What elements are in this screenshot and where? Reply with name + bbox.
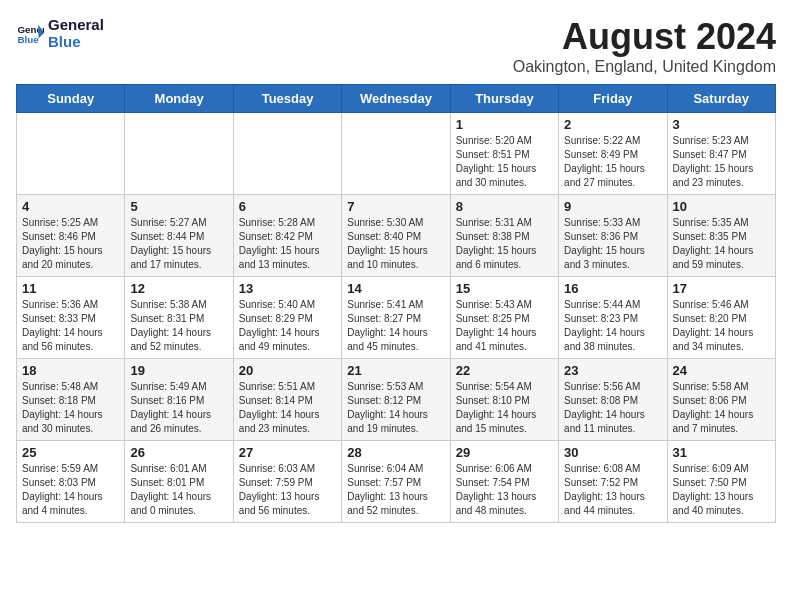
cell-content: Sunrise: 5:28 AM Sunset: 8:42 PM Dayligh… — [239, 216, 336, 272]
calendar-cell: 22Sunrise: 5:54 AM Sunset: 8:10 PM Dayli… — [450, 359, 558, 441]
day-number: 31 — [673, 445, 770, 460]
day-number: 11 — [22, 281, 119, 296]
calendar-cell: 1Sunrise: 5:20 AM Sunset: 8:51 PM Daylig… — [450, 113, 558, 195]
cell-content: Sunrise: 5:46 AM Sunset: 8:20 PM Dayligh… — [673, 298, 770, 354]
cell-content: Sunrise: 6:06 AM Sunset: 7:54 PM Dayligh… — [456, 462, 553, 518]
day-number: 29 — [456, 445, 553, 460]
cell-content: Sunrise: 6:01 AM Sunset: 8:01 PM Dayligh… — [130, 462, 227, 518]
day-number: 8 — [456, 199, 553, 214]
calendar-cell: 18Sunrise: 5:48 AM Sunset: 8:18 PM Dayli… — [17, 359, 125, 441]
calendar-cell: 6Sunrise: 5:28 AM Sunset: 8:42 PM Daylig… — [233, 195, 341, 277]
title-block: August 2024 Oakington, England, United K… — [513, 16, 776, 76]
day-number: 13 — [239, 281, 336, 296]
calendar-cell: 16Sunrise: 5:44 AM Sunset: 8:23 PM Dayli… — [559, 277, 667, 359]
cell-content: Sunrise: 5:56 AM Sunset: 8:08 PM Dayligh… — [564, 380, 661, 436]
cell-content: Sunrise: 6:09 AM Sunset: 7:50 PM Dayligh… — [673, 462, 770, 518]
calendar-cell: 15Sunrise: 5:43 AM Sunset: 8:25 PM Dayli… — [450, 277, 558, 359]
weekday-header-sunday: Sunday — [17, 85, 125, 113]
cell-content: Sunrise: 5:23 AM Sunset: 8:47 PM Dayligh… — [673, 134, 770, 190]
calendar-cell: 13Sunrise: 5:40 AM Sunset: 8:29 PM Dayli… — [233, 277, 341, 359]
day-number: 26 — [130, 445, 227, 460]
location: Oakington, England, United Kingdom — [513, 58, 776, 76]
cell-content: Sunrise: 5:25 AM Sunset: 8:46 PM Dayligh… — [22, 216, 119, 272]
calendar-cell: 10Sunrise: 5:35 AM Sunset: 8:35 PM Dayli… — [667, 195, 775, 277]
calendar-table: SundayMondayTuesdayWednesdayThursdayFrid… — [16, 84, 776, 523]
logo-blue: Blue — [48, 33, 104, 50]
cell-content: Sunrise: 5:20 AM Sunset: 8:51 PM Dayligh… — [456, 134, 553, 190]
day-number: 27 — [239, 445, 336, 460]
calendar-cell — [17, 113, 125, 195]
day-number: 24 — [673, 363, 770, 378]
calendar-cell: 7Sunrise: 5:30 AM Sunset: 8:40 PM Daylig… — [342, 195, 450, 277]
calendar-cell — [125, 113, 233, 195]
day-number: 16 — [564, 281, 661, 296]
cell-content: Sunrise: 5:54 AM Sunset: 8:10 PM Dayligh… — [456, 380, 553, 436]
cell-content: Sunrise: 5:35 AM Sunset: 8:35 PM Dayligh… — [673, 216, 770, 272]
day-number: 30 — [564, 445, 661, 460]
day-number: 1 — [456, 117, 553, 132]
day-number: 9 — [564, 199, 661, 214]
cell-content: Sunrise: 5:38 AM Sunset: 8:31 PM Dayligh… — [130, 298, 227, 354]
weekday-header-wednesday: Wednesday — [342, 85, 450, 113]
calendar-cell: 31Sunrise: 6:09 AM Sunset: 7:50 PM Dayli… — [667, 441, 775, 523]
day-number: 5 — [130, 199, 227, 214]
day-number: 22 — [456, 363, 553, 378]
calendar-cell: 29Sunrise: 6:06 AM Sunset: 7:54 PM Dayli… — [450, 441, 558, 523]
page-header: General Blue General Blue August 2024 Oa… — [16, 16, 776, 76]
svg-text:Blue: Blue — [17, 34, 39, 45]
calendar-cell: 5Sunrise: 5:27 AM Sunset: 8:44 PM Daylig… — [125, 195, 233, 277]
calendar-cell: 17Sunrise: 5:46 AM Sunset: 8:20 PM Dayli… — [667, 277, 775, 359]
day-number: 3 — [673, 117, 770, 132]
calendar-cell: 11Sunrise: 5:36 AM Sunset: 8:33 PM Dayli… — [17, 277, 125, 359]
cell-content: Sunrise: 5:30 AM Sunset: 8:40 PM Dayligh… — [347, 216, 444, 272]
calendar-cell: 30Sunrise: 6:08 AM Sunset: 7:52 PM Dayli… — [559, 441, 667, 523]
calendar-cell: 9Sunrise: 5:33 AM Sunset: 8:36 PM Daylig… — [559, 195, 667, 277]
calendar-cell: 3Sunrise: 5:23 AM Sunset: 8:47 PM Daylig… — [667, 113, 775, 195]
calendar-cell: 20Sunrise: 5:51 AM Sunset: 8:14 PM Dayli… — [233, 359, 341, 441]
cell-content: Sunrise: 5:40 AM Sunset: 8:29 PM Dayligh… — [239, 298, 336, 354]
calendar-cell: 27Sunrise: 6:03 AM Sunset: 7:59 PM Dayli… — [233, 441, 341, 523]
weekday-header-monday: Monday — [125, 85, 233, 113]
calendar-cell: 21Sunrise: 5:53 AM Sunset: 8:12 PM Dayli… — [342, 359, 450, 441]
cell-content: Sunrise: 5:36 AM Sunset: 8:33 PM Dayligh… — [22, 298, 119, 354]
cell-content: Sunrise: 5:27 AM Sunset: 8:44 PM Dayligh… — [130, 216, 227, 272]
weekday-header-friday: Friday — [559, 85, 667, 113]
day-number: 2 — [564, 117, 661, 132]
month-year: August 2024 — [513, 16, 776, 58]
logo: General Blue General Blue — [16, 16, 104, 50]
cell-content: Sunrise: 5:59 AM Sunset: 8:03 PM Dayligh… — [22, 462, 119, 518]
cell-content: Sunrise: 6:03 AM Sunset: 7:59 PM Dayligh… — [239, 462, 336, 518]
cell-content: Sunrise: 5:49 AM Sunset: 8:16 PM Dayligh… — [130, 380, 227, 436]
cell-content: Sunrise: 5:33 AM Sunset: 8:36 PM Dayligh… — [564, 216, 661, 272]
day-number: 28 — [347, 445, 444, 460]
calendar-cell: 26Sunrise: 6:01 AM Sunset: 8:01 PM Dayli… — [125, 441, 233, 523]
day-number: 14 — [347, 281, 444, 296]
calendar-cell: 4Sunrise: 5:25 AM Sunset: 8:46 PM Daylig… — [17, 195, 125, 277]
calendar-cell: 28Sunrise: 6:04 AM Sunset: 7:57 PM Dayli… — [342, 441, 450, 523]
day-number: 17 — [673, 281, 770, 296]
day-number: 19 — [130, 363, 227, 378]
cell-content: Sunrise: 5:53 AM Sunset: 8:12 PM Dayligh… — [347, 380, 444, 436]
calendar-week-2: 4Sunrise: 5:25 AM Sunset: 8:46 PM Daylig… — [17, 195, 776, 277]
day-number: 12 — [130, 281, 227, 296]
day-number: 15 — [456, 281, 553, 296]
calendar-cell: 23Sunrise: 5:56 AM Sunset: 8:08 PM Dayli… — [559, 359, 667, 441]
calendar-cell: 14Sunrise: 5:41 AM Sunset: 8:27 PM Dayli… — [342, 277, 450, 359]
logo-general: General — [48, 16, 104, 33]
calendar-week-1: 1Sunrise: 5:20 AM Sunset: 8:51 PM Daylig… — [17, 113, 776, 195]
calendar-cell: 12Sunrise: 5:38 AM Sunset: 8:31 PM Dayli… — [125, 277, 233, 359]
day-number: 23 — [564, 363, 661, 378]
cell-content: Sunrise: 5:22 AM Sunset: 8:49 PM Dayligh… — [564, 134, 661, 190]
weekday-header-saturday: Saturday — [667, 85, 775, 113]
cell-content: Sunrise: 6:04 AM Sunset: 7:57 PM Dayligh… — [347, 462, 444, 518]
day-number: 25 — [22, 445, 119, 460]
cell-content: Sunrise: 5:43 AM Sunset: 8:25 PM Dayligh… — [456, 298, 553, 354]
day-number: 7 — [347, 199, 444, 214]
cell-content: Sunrise: 5:51 AM Sunset: 8:14 PM Dayligh… — [239, 380, 336, 436]
cell-content: Sunrise: 6:08 AM Sunset: 7:52 PM Dayligh… — [564, 462, 661, 518]
cell-content: Sunrise: 5:41 AM Sunset: 8:27 PM Dayligh… — [347, 298, 444, 354]
weekday-header-thursday: Thursday — [450, 85, 558, 113]
day-number: 20 — [239, 363, 336, 378]
day-number: 21 — [347, 363, 444, 378]
day-number: 6 — [239, 199, 336, 214]
